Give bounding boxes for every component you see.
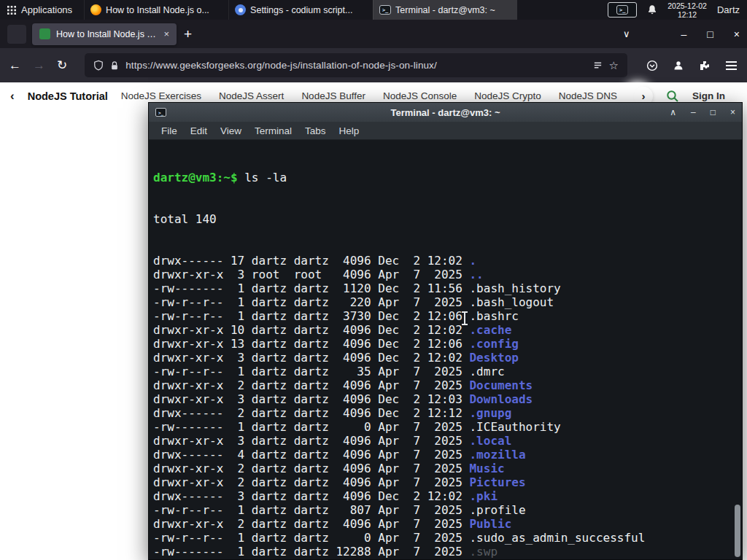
- terminal-menu-tabs[interactable]: Tabs: [298, 125, 333, 136]
- panel-clock[interactable]: 2025-12-02 12:12: [667, 1, 707, 19]
- account-icon[interactable]: [671, 60, 686, 71]
- taskbar-window-firefox[interactable]: How to Install Node.js o...: [84, 0, 228, 20]
- browser-minimize-button[interactable]: –: [681, 28, 687, 40]
- browser-close-button[interactable]: ×: [734, 28, 740, 40]
- save-to-pocket-icon[interactable]: [645, 60, 659, 71]
- reader-mode-icon[interactable]: [593, 61, 603, 70]
- sign-in-button[interactable]: Sign In: [692, 90, 725, 101]
- ls-row-name: .gnupg: [469, 406, 511, 420]
- ls-row-name: .bashrc: [469, 309, 518, 323]
- ls-row: drwxr-xr-x 13 dartz dartz 4096 Dec 2 12:…: [153, 337, 742, 351]
- site-nav-link-1[interactable]: NodeJS Exercises: [121, 90, 201, 101]
- terminal-scrollbar-thumb[interactable]: [735, 505, 740, 557]
- terminal-maximize-button[interactable]: □: [711, 107, 716, 117]
- ls-row-meta: -rw------- 1 dartz dartz 0 Apr 7 2025: [153, 420, 469, 434]
- ls-row-name: .bash_logout: [469, 295, 554, 309]
- ls-row-name: .ICEauthority: [469, 420, 560, 434]
- ls-row: drwxr-xr-x 2 dartz dartz 4096 Apr 7 2025…: [153, 378, 742, 392]
- clock-time: 12:12: [667, 10, 707, 19]
- terminal-menu-file[interactable]: File: [155, 125, 184, 136]
- applications-grid-icon: [7, 6, 16, 15]
- tab-bar: How to Install Node.js on... × + ∨ – □ ×: [0, 20, 747, 48]
- ls-row-name: .config: [469, 337, 518, 351]
- ls-row: -rw-r--r-- 1 dartz dartz 35 Apr 7 2025 .…: [153, 365, 742, 378]
- applications-label: Applications: [21, 4, 72, 15]
- site-brand-link[interactable]: NodeJS Tutorial: [28, 90, 108, 102]
- ls-row-name: .pki: [469, 489, 498, 503]
- firefox-icon: [90, 4, 101, 15]
- desktop: Applications How to Install Node.js o...…: [0, 0, 747, 560]
- ls-row: -rw------- 1 dartz dartz 12288 Apr 7 202…: [153, 545, 742, 559]
- applications-menu-button[interactable]: Applications: [0, 0, 80, 20]
- ls-row: drwx------ 17 dartz dartz 4096 Dec 2 12:…: [153, 254, 742, 268]
- shell-prompt-line: dartz@vm3:~$ ls -la: [153, 171, 742, 184]
- taskbar-window-title: How to Install Node.js o...: [106, 5, 209, 15]
- ls-row-name: Music: [469, 462, 504, 475]
- terminal-menu-edit[interactable]: Edit: [184, 125, 214, 136]
- tracking-shield-icon[interactable]: [93, 60, 104, 71]
- ls-row-meta: drwxr-xr-x 2 dartz dartz 4096 Apr 7 2025: [153, 462, 469, 475]
- user-menu-button[interactable]: Dartz: [717, 4, 740, 15]
- terminal-body[interactable]: dartz@vm3:~$ ls -la total 140 drwx------…: [149, 141, 742, 559]
- menu-hamburger-icon[interactable]: [724, 65, 738, 66]
- terminal-window-title: Terminal - dartz@vm3: ~: [149, 107, 742, 118]
- ls-row: drwxr-xr-x 2 dartz dartz 4096 Apr 7 2025…: [153, 517, 742, 531]
- tab-close-icon[interactable]: ×: [163, 28, 169, 39]
- ls-row-meta: -rw-r--r-- 1 dartz dartz 3730 Dec 2 12:0…: [153, 309, 469, 323]
- terminal-shade-button[interactable]: ∧: [670, 107, 676, 117]
- ls-row: drwxr-xr-x 3 root root 4096 Apr 7 2025 .…: [153, 268, 742, 281]
- terminal-menu-terminal[interactable]: Terminal: [248, 125, 298, 136]
- ls-row-name: Pictures: [469, 475, 525, 489]
- taskbar-window-settings[interactable]: Settings - codium script...: [228, 0, 373, 20]
- ls-row-name: .dmrc: [469, 365, 504, 378]
- ls-row-meta: drwxr-xr-x 3 dartz dartz 4096 Dec 2 12:0…: [153, 351, 469, 365]
- shell-command: ls -la: [238, 171, 287, 184]
- list-all-tabs-icon[interactable]: ∨: [623, 28, 630, 39]
- ls-row: drwx------ 4 dartz dartz 4096 Apr 7 2025…: [153, 448, 742, 462]
- search-icon[interactable]: [666, 90, 679, 103]
- ls-row-meta: drwxr-xr-x 3 dartz dartz 4096 Dec 2 12:0…: [153, 392, 469, 406]
- ls-row: drwx------ 2 dartz dartz 4096 Dec 2 12:1…: [153, 406, 742, 420]
- site-nav-link-5[interactable]: NodeJS Crypto: [474, 90, 541, 101]
- nav-scroll-left-icon[interactable]: ‹: [10, 89, 15, 104]
- new-tab-button[interactable]: +: [184, 26, 192, 42]
- ls-row-name: .mozilla: [469, 448, 525, 462]
- ls-row-meta: drwx------ 2 dartz dartz 4096 Dec 2 12:1…: [153, 406, 469, 420]
- site-nav-link-6[interactable]: NodeJS DNS: [559, 90, 617, 101]
- back-icon[interactable]: ←: [9, 58, 21, 73]
- reload-icon[interactable]: ↻: [57, 58, 67, 73]
- taskbar-window-title: Settings - codium script...: [250, 5, 352, 15]
- extensions-puzzle-icon[interactable]: [697, 60, 712, 71]
- settings-icon: [235, 4, 246, 15]
- terminal-menu-view[interactable]: View: [214, 125, 248, 136]
- terminal-menu-help[interactable]: Help: [333, 125, 366, 136]
- ls-row-meta: drwx------ 4 dartz dartz 4096 Apr 7 2025: [153, 448, 469, 462]
- ls-row-meta: drwxr-xr-x 3 dartz dartz 4096 Apr 7 2025: [153, 434, 469, 448]
- lock-icon[interactable]: [110, 61, 119, 71]
- ls-row: -rw-r--r-- 1 dartz dartz 3730 Dec 2 12:0…: [153, 309, 742, 323]
- browser-tab[interactable]: How to Install Node.js on... ×: [32, 23, 177, 45]
- site-nav-link-3[interactable]: NodeJS Buffer: [301, 90, 365, 101]
- notification-bell-icon[interactable]: [647, 4, 657, 15]
- ls-row: drwxr-xr-x 2 dartz dartz 4096 Apr 7 2025…: [153, 559, 742, 559]
- ls-row-name: .cache: [469, 323, 511, 337]
- ls-row-meta: -rw-r--r-- 1 dartz dartz 0 Apr 7 2025: [153, 531, 469, 545]
- chevron-right-glyph: ›: [642, 90, 646, 102]
- site-nav-link-2[interactable]: NodeJS Assert: [219, 90, 284, 101]
- url-bar[interactable]: https://www.geeksforgeeks.org/node-js/in…: [85, 53, 627, 77]
- ls-row: drwx------ 3 dartz dartz 4096 Dec 2 12:0…: [153, 489, 742, 503]
- terminal-close-button[interactable]: ×: [730, 107, 735, 117]
- taskbar-window-terminal[interactable]: >_Terminal - dartz@vm3: ~: [373, 0, 517, 20]
- terminal-minimize-button[interactable]: –: [691, 107, 696, 117]
- bookmark-star-icon[interactable]: ☆: [609, 59, 619, 72]
- forward-icon[interactable]: →: [33, 58, 45, 73]
- ls-row-meta: drwxr-xr-x 2 dartz dartz 4096 Apr 7 2025: [153, 517, 469, 531]
- ls-row-name: Templates: [469, 559, 533, 559]
- ls-row-name: Desktop: [469, 351, 518, 365]
- top-panel: Applications How to Install Node.js o...…: [0, 0, 747, 20]
- ls-row-meta: -rw------- 1 dartz dartz 1120 Dec 2 11:5…: [153, 281, 469, 295]
- site-nav-link-4[interactable]: NodeJS Console: [383, 90, 457, 101]
- firefox-view-icon[interactable]: [7, 25, 26, 44]
- browser-maximize-button[interactable]: □: [707, 28, 713, 40]
- tray-terminal-icon[interactable]: >_: [608, 2, 637, 18]
